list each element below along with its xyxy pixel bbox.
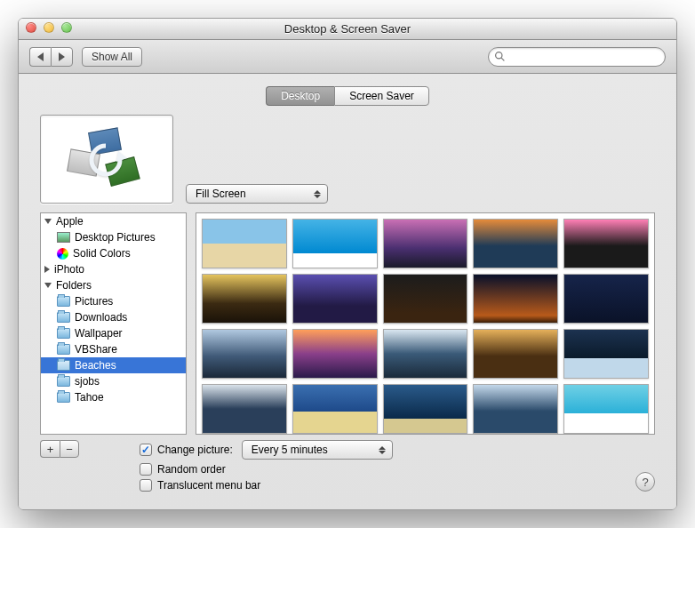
thumbnail[interactable] bbox=[563, 274, 649, 324]
tree-label: Downloads bbox=[75, 311, 127, 324]
tree-label: Apple bbox=[56, 215, 84, 228]
tree-item-solid-colors[interactable]: Solid Colors bbox=[41, 245, 186, 261]
thumbnail[interactable] bbox=[563, 219, 649, 268]
content-area: Desktop Screen Saver Fill bbox=[19, 74, 676, 509]
window-controls bbox=[26, 22, 72, 33]
translucent-checkbox[interactable] bbox=[140, 479, 152, 492]
tree-item-desktop-pictures[interactable]: Desktop Pictures bbox=[41, 229, 186, 245]
zoom-icon[interactable] bbox=[61, 22, 72, 33]
show-all-button[interactable]: Show All bbox=[82, 47, 142, 67]
tree-section-iphoto[interactable]: iPhoto bbox=[41, 261, 186, 277]
back-button[interactable] bbox=[29, 47, 51, 67]
thumbnail[interactable] bbox=[473, 329, 558, 379]
folder-icon bbox=[57, 296, 70, 307]
svg-line-1 bbox=[501, 58, 504, 60]
tree-section-folders[interactable]: Folders bbox=[41, 277, 186, 293]
colorwheel-icon bbox=[57, 248, 68, 260]
search-icon bbox=[494, 51, 506, 62]
desktop-preview bbox=[40, 115, 173, 204]
change-picture-checkbox[interactable] bbox=[140, 444, 152, 456]
add-button[interactable]: + bbox=[40, 440, 60, 458]
toolbar: Show All bbox=[19, 40, 676, 74]
close-icon[interactable] bbox=[26, 22, 36, 33]
nav-back-forward bbox=[29, 47, 73, 67]
tree-label: Pictures bbox=[75, 295, 113, 308]
thumbnail[interactable] bbox=[202, 219, 287, 268]
scaling-popup[interactable]: Fill Screen bbox=[186, 184, 328, 204]
tab-desktop[interactable]: Desktop bbox=[266, 86, 334, 106]
folder-icon bbox=[57, 328, 70, 339]
thumbnail[interactable] bbox=[202, 384, 287, 434]
titlebar: Desktop & Screen Saver bbox=[19, 19, 676, 40]
tab-screensaver[interactable]: Screen Saver bbox=[334, 86, 429, 106]
thumbnail-grid[interactable] bbox=[196, 212, 655, 435]
folder-icon bbox=[57, 344, 70, 355]
tree-label: Beaches bbox=[75, 359, 116, 372]
add-remove-group: + − bbox=[40, 440, 79, 458]
thumbnail[interactable] bbox=[383, 274, 468, 324]
forward-icon bbox=[59, 52, 65, 61]
tree-item-beaches[interactable]: Beaches bbox=[41, 357, 186, 373]
search-input[interactable] bbox=[509, 50, 659, 64]
thumbnail[interactable] bbox=[383, 329, 468, 379]
disclosure-open-icon bbox=[44, 283, 52, 288]
picture-icon bbox=[57, 232, 70, 243]
random-order-label: Random order bbox=[157, 463, 226, 476]
tab-group: Desktop Screen Saver bbox=[40, 86, 655, 106]
tree-label: iPhoto bbox=[54, 263, 84, 276]
interval-popup[interactable]: Every 5 minutes bbox=[242, 440, 393, 460]
updown-icon bbox=[376, 443, 388, 457]
help-button[interactable]: ? bbox=[635, 472, 655, 492]
folder-icon bbox=[57, 312, 70, 323]
preferences-window: Desktop & Screen Saver Show All Desktop … bbox=[18, 18, 677, 510]
updown-icon bbox=[311, 187, 324, 201]
options-area: Change picture: Every 5 minutes Random o… bbox=[88, 440, 393, 492]
thumbnail[interactable] bbox=[473, 219, 558, 268]
tree-item-wallpaper[interactable]: Wallpaper bbox=[41, 325, 186, 341]
thumbnail[interactable] bbox=[292, 384, 378, 434]
svg-point-0 bbox=[496, 52, 502, 59]
forward-button[interactable] bbox=[51, 47, 73, 67]
folder-icon bbox=[57, 376, 70, 387]
folder-icon bbox=[57, 392, 70, 403]
tree-item-vbshare[interactable]: VBShare bbox=[41, 341, 186, 357]
rotating-pictures-icon bbox=[67, 128, 147, 190]
thumbnail[interactable] bbox=[202, 329, 287, 379]
disclosure-open-icon bbox=[44, 219, 52, 224]
thumbnail[interactable] bbox=[202, 274, 287, 324]
thumbnail[interactable] bbox=[473, 274, 558, 324]
thumbnail[interactable] bbox=[292, 219, 378, 268]
thumbnail[interactable] bbox=[563, 329, 649, 379]
remove-button[interactable]: − bbox=[60, 440, 79, 458]
tree-section-apple[interactable]: Apple bbox=[41, 213, 186, 229]
tree-item-downloads[interactable]: Downloads bbox=[41, 309, 186, 325]
scaling-value: Fill Screen bbox=[196, 188, 246, 200]
tree-label: VBShare bbox=[75, 343, 117, 356]
thumbnail[interactable] bbox=[563, 384, 649, 434]
thumbnail[interactable] bbox=[292, 329, 378, 379]
search-field[interactable] bbox=[488, 47, 666, 67]
thumbnail[interactable] bbox=[292, 274, 378, 324]
folder-icon bbox=[57, 360, 70, 371]
tree-label: Folders bbox=[56, 279, 92, 292]
tree-label: Desktop Pictures bbox=[75, 231, 156, 244]
tree-label: sjobs bbox=[75, 375, 100, 388]
thumbnail[interactable] bbox=[473, 384, 558, 434]
change-picture-label: Change picture: bbox=[157, 444, 233, 456]
tree-item-tahoe[interactable]: Tahoe bbox=[41, 389, 186, 405]
back-icon bbox=[37, 52, 44, 61]
tree-item-sjobs[interactable]: sjobs bbox=[41, 373, 186, 389]
translucent-label: Translucent menu bar bbox=[157, 479, 260, 492]
tree-label: Solid Colors bbox=[73, 247, 131, 260]
tree-label: Wallpaper bbox=[75, 327, 123, 340]
source-sidebar[interactable]: Apple Desktop Pictures Solid Colors iPho… bbox=[40, 212, 187, 435]
minimize-icon[interactable] bbox=[44, 22, 54, 33]
tree-label: Tahoe bbox=[75, 391, 104, 404]
random-order-checkbox[interactable] bbox=[140, 463, 152, 476]
window-title: Desktop & Screen Saver bbox=[284, 22, 411, 36]
disclosure-closed-icon bbox=[44, 266, 50, 273]
thumbnail[interactable] bbox=[383, 384, 468, 434]
interval-value: Every 5 minutes bbox=[252, 444, 328, 456]
thumbnail[interactable] bbox=[383, 219, 468, 268]
tree-item-pictures[interactable]: Pictures bbox=[41, 293, 186, 309]
